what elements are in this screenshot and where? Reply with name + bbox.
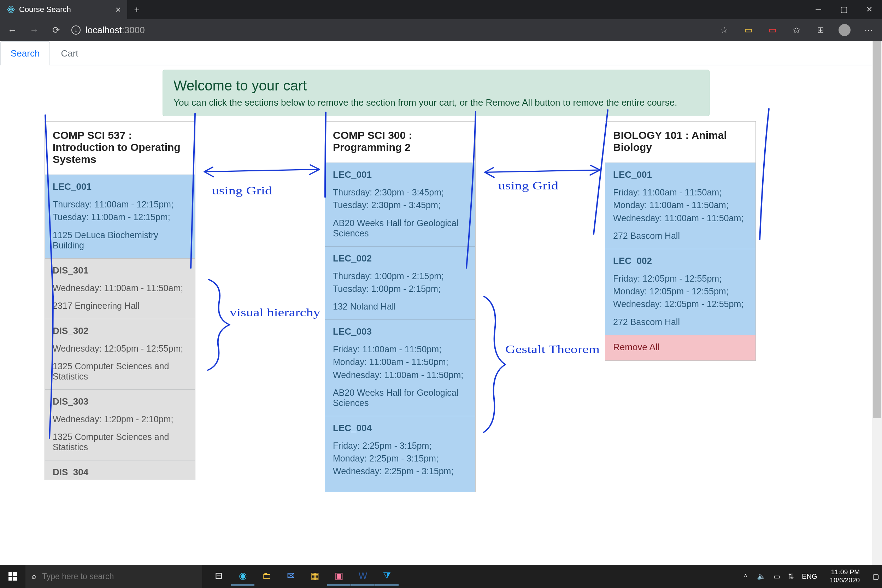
course-section[interactable]: LEC_003 Friday: 11:00am - 11:50pm; Monda… <box>325 320 475 416</box>
tab-title: Course Search <box>19 5 71 14</box>
course-grid: COMP SCI 537 : Introduction to Operating… <box>0 121 872 492</box>
section-id: LEC_002 <box>333 253 468 264</box>
action-center-icon[interactable]: ▢ <box>873 572 879 580</box>
taskbar-search-input[interactable] <box>42 572 194 581</box>
forward-button[interactable]: → <box>28 23 41 37</box>
avatar-icon <box>838 24 850 36</box>
vertical-scrollbar[interactable] <box>872 41 882 565</box>
favorite-icon[interactable]: ☆ <box>717 22 732 38</box>
svg-rect-9 <box>13 577 17 580</box>
course-section[interactable]: LEC_002 Thursday: 1:00pm - 2:15pm; Tuesd… <box>325 246 475 320</box>
favorites-add-icon[interactable]: ✩ <box>789 22 804 38</box>
scrollbar-thumb[interactable] <box>873 41 881 418</box>
snip-icon[interactable]: ▣ <box>327 567 351 585</box>
course-card: COMP SCI 300 : Programming 2 LEC_001 Thu… <box>325 121 476 492</box>
tab-close-icon[interactable]: × <box>116 4 121 15</box>
profile-button[interactable] <box>837 22 852 38</box>
course-section[interactable]: DIS_302 Wednesday: 12:05pm - 12:55pm; 13… <box>45 319 195 389</box>
section-times: Friday: 12:05pm - 12:55pm; Monday: 12:05… <box>613 272 748 310</box>
section-location: 272 Bascom Hall <box>613 231 748 241</box>
section-id: DIS_301 <box>52 265 187 276</box>
word-icon[interactable]: W <box>351 567 375 585</box>
clock-time: 11:09 PM <box>830 568 860 576</box>
extension-2-icon[interactable]: ▭ <box>765 22 780 38</box>
browser-tab[interactable]: Course Search × <box>0 0 127 19</box>
window-close-icon[interactable]: ✕ <box>856 0 882 19</box>
tab-search[interactable]: Search <box>0 41 50 65</box>
window-minimize-icon[interactable]: ─ <box>806 0 831 19</box>
tray-battery-icon[interactable]: ▭ <box>774 572 780 580</box>
section-location: 132 Noland Hall <box>333 302 468 312</box>
new-tab-button[interactable]: + <box>127 0 146 19</box>
section-times: Wednesday: 11:00am - 11:50am; <box>52 282 187 294</box>
course-title: COMP SCI 537 : Introduction to Operating… <box>52 129 187 165</box>
browser-titlebar: Course Search × + ─ ▢ ✕ <box>0 0 882 19</box>
course-card: COMP SCI 537 : Introduction to Operating… <box>45 121 195 480</box>
svg-point-3 <box>10 9 12 10</box>
course-section[interactable]: DIS_303 Wednesday: 1:20pm - 2:10pm; 1325… <box>45 389 195 460</box>
section-location: 2317 Engineering Hall <box>52 301 187 311</box>
window-maximize-icon[interactable]: ▢ <box>831 0 856 19</box>
windows-taskbar: ⌕ ⊟ ◉ 🗀 ✉ ▦ ▣ W ⧩ ＾ 🔈 ▭ ⇅ ENG 11:09 PM 1… <box>0 565 882 588</box>
tray-chevron-icon[interactable]: ＾ <box>742 572 749 581</box>
tray-language[interactable]: ENG <box>802 573 817 580</box>
collections-icon[interactable]: ⊞ <box>813 22 828 38</box>
react-icon <box>7 6 15 14</box>
start-button[interactable] <box>0 572 26 580</box>
vscode-icon[interactable]: ⧩ <box>375 567 399 585</box>
svg-rect-7 <box>13 572 17 576</box>
task-view-icon[interactable]: ⊟ <box>207 567 230 585</box>
section-id: LEC_003 <box>333 326 468 337</box>
course-card: BIOLOGY 101 : Animal Biology LEC_001 Fri… <box>605 121 756 361</box>
url-text: localhost:3000 <box>86 25 145 36</box>
section-times: Thursday: 11:00am - 12:15pm; Tuesday: 11… <box>52 198 187 224</box>
remove-all-button[interactable]: Remove All <box>605 335 756 360</box>
section-id: LEC_004 <box>333 423 468 434</box>
mail-icon[interactable]: ✉ <box>279 567 303 585</box>
sticky-notes-icon[interactable]: ▦ <box>303 567 327 585</box>
svg-rect-8 <box>9 577 12 580</box>
course-section[interactable]: LEC_001 Thursday: 11:00am - 12:15pm; Tue… <box>45 175 195 258</box>
section-id: LEC_001 <box>613 169 748 180</box>
tray-volume-icon[interactable]: 🔈 <box>757 572 766 580</box>
course-section[interactable]: LEC_002 Friday: 12:05pm - 12:55pm; Monda… <box>605 249 756 335</box>
section-location: 1325 Computer Sciences and Statistics <box>52 361 187 382</box>
section-location: 272 Bascom Hall <box>613 317 748 327</box>
extension-1-icon[interactable]: ▭ <box>741 22 756 38</box>
refresh-button[interactable]: ⟳ <box>50 23 63 37</box>
back-button[interactable]: ← <box>6 23 19 37</box>
section-times: Thursday: 2:30pm - 3:45pm; Tuesday: 2:30… <box>333 186 468 212</box>
course-section[interactable]: DIS_304 <box>45 460 195 480</box>
course-section[interactable]: LEC_001 Friday: 11:00am - 11:50am; Monda… <box>605 162 756 249</box>
tray-network-icon[interactable]: ⇅ <box>788 572 794 580</box>
edge-icon[interactable]: ◉ <box>231 567 254 585</box>
section-id: DIS_304 <box>52 467 187 478</box>
site-info-icon[interactable]: i <box>71 26 81 34</box>
svg-rect-6 <box>9 572 12 576</box>
section-id: LEC_001 <box>52 181 187 192</box>
section-id: DIS_303 <box>52 396 187 407</box>
course-title: COMP SCI 300 : Programming 2 <box>333 129 468 153</box>
browser-toolbar: ← → ⟳ i localhost:3000 ☆ ▭ ▭ ✩ ⊞ ⋯ <box>0 19 882 41</box>
address-bar[interactable]: i localhost:3000 <box>71 25 708 36</box>
section-id: DIS_302 <box>52 326 187 336</box>
taskbar-search[interactable]: ⌕ <box>26 565 202 588</box>
alert-title: Welcome to your cart <box>174 78 699 94</box>
tab-cart[interactable]: Cart <box>50 41 89 65</box>
course-section[interactable]: LEC_001 Thursday: 2:30pm - 3:45pm; Tuesd… <box>325 162 475 246</box>
course-title: BIOLOGY 101 : Animal Biology <box>613 129 748 153</box>
course-section[interactable]: DIS_301 Wednesday: 11:00am - 11:50am; 23… <box>45 258 195 319</box>
section-times: Thursday: 1:00pm - 2:15pm; Tuesday: 1:00… <box>333 270 468 296</box>
section-times: Friday: 11:00am - 11:50am; Monday: 11:00… <box>613 186 748 224</box>
section-times: Friday: 2:25pm - 3:15pm; Monday: 2:25pm … <box>333 439 468 478</box>
more-button[interactable]: ⋯ <box>861 22 876 38</box>
file-explorer-icon[interactable]: 🗀 <box>255 567 279 585</box>
taskbar-clock[interactable]: 11:09 PM 10/6/2020 <box>825 568 865 585</box>
section-location: 1325 Computer Sciences and Statistics <box>52 432 187 452</box>
course-section[interactable]: LEC_004 Friday: 2:25pm - 3:15pm; Monday:… <box>325 416 475 492</box>
remove-all-label: Remove All <box>613 342 660 352</box>
search-icon: ⌕ <box>32 572 36 581</box>
section-id: LEC_002 <box>613 255 748 266</box>
section-id: LEC_001 <box>333 169 468 180</box>
section-location: AB20 Weeks Hall for Geological Sciences <box>333 218 468 238</box>
